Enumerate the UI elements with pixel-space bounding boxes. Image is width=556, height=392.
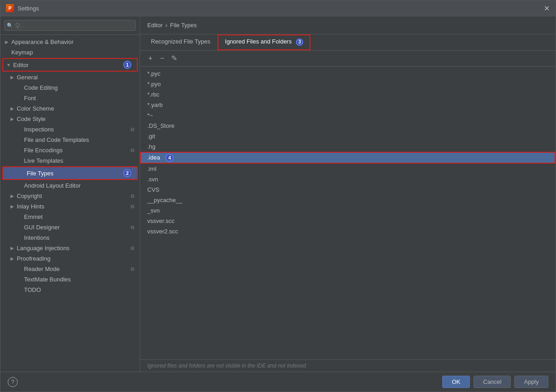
tab-label: Ignored Files and Folders [225,38,291,45]
sidebar-item-proofreading[interactable]: ▶ Proofreading [0,253,140,264]
list-item[interactable]: vssver2.scc [140,226,556,237]
settings-icon: ⊟ [131,127,134,132]
sidebar-item-label: Proofreading [17,255,134,262]
sidebar-item-label: File and Code Templates [24,136,134,143]
sidebar-item-gui-designer[interactable]: GUI Designer ⊟ [0,222,140,232]
badge-1: 1 [123,61,131,69]
chevron-icon: ▶ [10,256,15,261]
sidebar-item-todo[interactable]: TODO [0,285,140,295]
tab-ignored[interactable]: Ignored Files and Folders 3 [218,34,310,50]
sidebar-item-file-encodings[interactable]: File Encodings ⊟ [0,145,140,155]
tab-recognized[interactable]: Recognized File Types [144,34,218,50]
list-item[interactable]: *~ [140,110,556,121]
sidebar-item-editor[interactable]: ▼ Editor 1 [2,58,138,72]
sidebar-item-color-scheme[interactable]: ▶ Color Scheme [0,103,140,114]
sidebar-item-label: General [17,74,134,81]
list-item[interactable]: .hg [140,141,556,152]
sidebar-item-label: Appearance & Behavior [11,39,134,45]
chevron-icon: ▶ [10,246,15,251]
sidebar-item-inspections[interactable]: Inspections ⊟ [0,124,140,135]
list-item[interactable]: *.pyo [140,79,556,89]
cancel-button[interactable]: Cancel [474,376,511,388]
sidebar-item-general[interactable]: ▶ General [0,72,140,82]
sidebar-item-label: TextMate Bundles [24,276,134,283]
sidebar-item-file-types[interactable]: File Types 2 [2,166,138,180]
list-item[interactable]: .svn [140,174,556,184]
breadcrumb-separator: › [165,22,167,29]
app-icon: P [6,4,14,12]
sidebar-item-code-editing[interactable]: Code Editing [0,82,140,93]
edit-button[interactable]: ✎ [169,53,179,63]
sidebar-item-android-layout-editor[interactable]: Android Layout Editor [0,180,140,191]
sidebar-item-label: Code Editing [24,84,134,91]
list-item-value: .idea [147,154,160,161]
title-bar-left: P Settings [6,4,39,12]
sidebar-item-live-templates[interactable]: Live Templates [0,155,140,166]
list-item[interactable]: vssver.scc [140,216,556,226]
sidebar-item-label: File Encodings [24,147,129,154]
status-text: Ignored files and folders are not visibl… [147,363,306,369]
sidebar-item-label: Live Templates [24,157,134,164]
sidebar-item-label: Inlay Hints [17,203,129,210]
settings-dialog: P Settings ✕ 🔍 ▶ Appearance & Behavior [0,0,556,392]
sidebar-item-appearance[interactable]: ▶ Appearance & Behavior [0,37,140,47]
sidebar-item-label: File Types [27,170,120,177]
chevron-icon: ▶ [4,39,10,44]
list-item[interactable]: __pycache__ [140,195,556,205]
sidebar-item-label: Inspections [24,126,129,133]
status-bar: Ignored files and folders are not visibl… [140,359,556,372]
list-item[interactable]: *.rbc [140,89,556,100]
bottom-bar: ? OK Cancel Apply [0,372,556,392]
sidebar-item-code-style[interactable]: ▶ Code Style [0,114,140,124]
sidebar-item-font[interactable]: Font [0,93,140,103]
sidebar-item-copyright[interactable]: ▶ Copyright ⊟ [0,191,140,201]
list-item[interactable]: .iml [140,164,556,174]
sidebar-item-label: Keymap [11,49,134,56]
search-input[interactable] [4,20,136,31]
toolbar: + − ✎ [140,51,556,67]
settings-icon: ⊟ [131,246,134,251]
ok-button[interactable]: OK [442,376,470,388]
settings-icon: ⊟ [131,266,134,271]
chevron-icon: ▼ [6,63,11,68]
settings-icon: ⊟ [131,194,134,198]
sidebar-item-file-code-templates[interactable]: File and Code Templates [0,135,140,145]
nav-tree: ▶ Appearance & Behavior Keymap ▼ Editor … [0,35,140,372]
sidebar-item-emmet[interactable]: Emmet [0,212,140,222]
badge-4: 4 [165,154,174,162]
list-item-idea[interactable]: .idea 4 [140,152,556,164]
sidebar-item-label: Code Style [17,116,134,122]
help-button[interactable]: ? [8,377,18,387]
apply-button[interactable]: Apply [514,376,548,388]
add-button[interactable]: + [145,53,155,63]
breadcrumb: Editor › File Types [140,16,556,34]
sidebar-item-inlay-hints[interactable]: ▶ Inlay Hints ⊟ [0,201,140,212]
search-wrapper: 🔍 [4,20,136,31]
file-list: *.pyc *.pyo *.rbc *.yarb *~ .DS_Store .g… [140,67,556,360]
list-item[interactable]: _svn [140,205,556,216]
chevron-icon: ▶ [10,116,15,121]
remove-button[interactable]: − [157,53,167,63]
close-button[interactable]: ✕ [543,5,550,12]
list-item[interactable]: *.pyc [140,68,556,79]
list-item[interactable]: CVS [140,184,556,195]
sidebar-item-label: Editor [13,62,120,68]
badge-3: 3 [296,39,303,46]
badge-2: 2 [123,169,131,177]
list-item[interactable]: .git [140,131,556,141]
right-panel: Editor › File Types Recognized File Type… [140,16,556,372]
sidebar-item-intentions[interactable]: Intentions [0,232,140,243]
bottom-actions: OK Cancel Apply [442,376,548,388]
sidebar-item-textmate-bundles[interactable]: TextMate Bundles [0,274,140,285]
panel-content: + − ✎ *.pyc *.pyo *.rbc *.yarb *~ .DS_St… [140,51,556,372]
tabs-container: Recognized File Types Ignored Files and … [140,34,556,51]
sidebar-item-language-injections[interactable]: ▶ Language Injections ⊟ [0,243,140,253]
settings-icon: ⊟ [131,148,134,153]
sidebar-item-label: Language Injections [17,245,129,252]
sidebar-item-keymap[interactable]: Keymap [0,47,140,58]
sidebar-item-label: Android Layout Editor [24,182,134,189]
list-item[interactable]: .DS_Store [140,121,556,131]
list-item[interactable]: *.yarb [140,100,556,110]
sidebar-item-reader-mode[interactable]: Reader Mode ⊟ [0,264,140,274]
search-icon: 🔍 [7,23,13,29]
